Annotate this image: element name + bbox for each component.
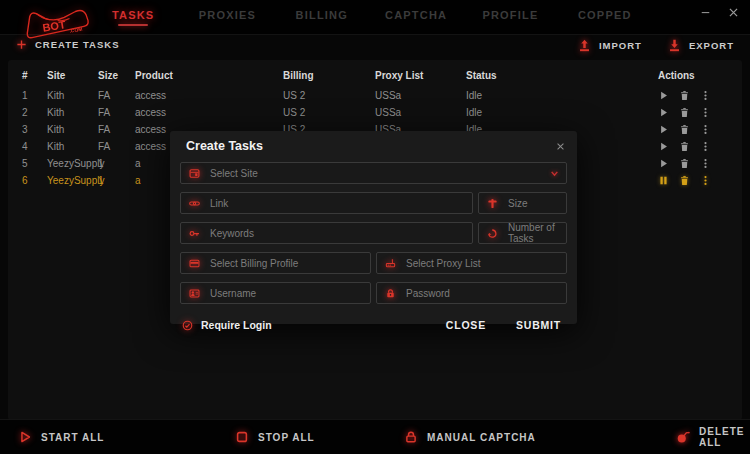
play-icon[interactable] xyxy=(658,90,669,101)
kebab-icon[interactable] xyxy=(700,175,711,186)
cell-num: 2 xyxy=(22,107,47,118)
kebab-icon[interactable] xyxy=(700,90,711,101)
select-proxy-list-field[interactable]: Select Proxy List xyxy=(376,252,567,274)
bottom-item-label: DELETE ALL xyxy=(699,426,750,448)
kebab-icon[interactable] xyxy=(700,158,711,169)
username-field[interactable]: Username xyxy=(180,282,371,304)
manual-captcha-button[interactable]: MANUAL CAPTCHA xyxy=(404,430,536,444)
table-row[interactable]: 2KithFAaccessUS 2USSaIdle xyxy=(8,104,742,121)
require-login-checkbox[interactable]: Require Login xyxy=(182,319,272,331)
row-actions xyxy=(658,124,742,135)
delete-all-button[interactable]: DELETE ALL xyxy=(676,426,750,448)
row-actions xyxy=(658,141,742,152)
tab-profile[interactable]: PROFILE xyxy=(463,0,557,34)
field-row: UsernamePassword xyxy=(180,282,567,304)
cell-num: 1 xyxy=(22,90,47,101)
password-field[interactable]: Password xyxy=(376,282,567,304)
keywords-field[interactable]: Keywords xyxy=(180,222,473,244)
field-placeholder: Link xyxy=(210,198,228,209)
play-icon[interactable] xyxy=(658,158,669,169)
submit-button[interactable]: SUBMIT xyxy=(516,319,561,331)
cell-size: FA xyxy=(98,141,135,152)
number-of-tasks-field[interactable]: Number of Tasks xyxy=(478,222,567,244)
cell-status: Idle xyxy=(466,90,658,101)
kebab-icon[interactable] xyxy=(700,141,711,152)
trash-icon[interactable] xyxy=(679,175,690,186)
table-row[interactable]: 1KithFAaccessUS 2USSaIdle xyxy=(8,87,742,104)
cell-proxy: USSa xyxy=(375,90,466,101)
play-icon[interactable] xyxy=(658,107,669,118)
column-header: Size xyxy=(98,70,135,81)
start-all-button[interactable]: START ALL xyxy=(18,430,104,444)
proxy-icon xyxy=(385,258,396,269)
cell-size: 1 xyxy=(98,158,135,169)
tab-tasks[interactable]: TASKS xyxy=(86,0,180,34)
select-site-field[interactable]: Select Site xyxy=(180,162,567,184)
field-placeholder: Username xyxy=(210,288,256,299)
kebab-icon[interactable] xyxy=(700,124,711,135)
billing-icon xyxy=(189,258,200,269)
active-tab-underline xyxy=(118,24,148,26)
trash-icon[interactable] xyxy=(679,124,690,135)
row-actions xyxy=(658,158,742,169)
trash-icon[interactable] xyxy=(679,90,690,101)
select-billing-profile-field[interactable]: Select Billing Profile xyxy=(180,252,371,274)
start-icon xyxy=(18,430,32,444)
active-tab-underline xyxy=(212,24,242,26)
cell-product: access xyxy=(135,90,283,101)
modal-buttons: CLOSE SUBMIT xyxy=(446,319,561,331)
import-export-tools: IMPORT EXPORT xyxy=(578,39,734,52)
trash-icon[interactable] xyxy=(679,141,690,152)
minimize-button[interactable] xyxy=(696,3,714,21)
cell-site: YeezySupply xyxy=(47,158,98,169)
import-button[interactable]: IMPORT xyxy=(578,39,642,52)
field-placeholder: Select Billing Profile xyxy=(210,258,298,269)
modal-footer: Require Login CLOSE SUBMIT xyxy=(170,312,577,331)
tab-label: TASKS xyxy=(112,9,154,21)
pause-icon[interactable] xyxy=(658,175,669,186)
cell-size: 1 xyxy=(98,175,135,186)
trash-icon[interactable] xyxy=(679,107,690,118)
cell-site: Kith xyxy=(47,90,98,101)
tab-billing[interactable]: BILLING xyxy=(275,0,369,34)
active-tab-underline xyxy=(307,24,337,26)
link-field[interactable]: Link xyxy=(180,192,473,214)
chevron-down-icon xyxy=(550,169,559,178)
modal-title: Create Tasks xyxy=(186,139,263,153)
close-window-button[interactable] xyxy=(724,3,742,21)
column-header: Status xyxy=(466,70,658,81)
modal-close-button[interactable] xyxy=(556,142,565,151)
table-header: #SiteSizeProductBillingProxy ListStatusA… xyxy=(8,60,742,87)
tab-copped[interactable]: COPPED xyxy=(558,0,652,34)
cell-num: 5 xyxy=(22,158,47,169)
create-tasks-modal: Create Tasks Select SiteLinkSizeKeywords… xyxy=(170,131,577,324)
close-button[interactable]: CLOSE xyxy=(446,319,486,331)
export-label: EXPORT xyxy=(689,40,734,51)
kebab-icon[interactable] xyxy=(700,107,711,118)
tab-label: BILLING xyxy=(296,9,348,21)
size-field[interactable]: Size xyxy=(478,192,567,214)
cell-size: FA xyxy=(98,107,135,118)
logo-suffix: .COM xyxy=(69,26,83,34)
tab-captcha[interactable]: CAPTCHA xyxy=(369,0,463,34)
keywords-icon xyxy=(189,228,200,239)
active-tab-underline xyxy=(590,24,620,26)
play-icon[interactable] xyxy=(658,124,669,135)
play-icon[interactable] xyxy=(658,141,669,152)
tab-proxies[interactable]: PROXIES xyxy=(180,0,274,34)
cell-billing: US 2 xyxy=(283,107,375,118)
check-circle-icon xyxy=(182,320,193,331)
field-row: KeywordsNumber of Tasks xyxy=(180,222,567,244)
titlebar: BOT .COM TASKSPROXIESBILLINGCAPTCHAPROFI… xyxy=(0,0,750,35)
stop-icon xyxy=(235,430,249,444)
tab-label: PROFILE xyxy=(482,9,538,21)
stop-all-button[interactable]: STOP ALL xyxy=(235,430,315,444)
trash-icon[interactable] xyxy=(679,158,690,169)
row-actions xyxy=(658,107,742,118)
import-icon xyxy=(578,39,591,52)
cell-site: Kith xyxy=(47,107,98,118)
column-header: Actions xyxy=(658,70,742,81)
toolbar: CREATE TASKS IMPORT EXPORT xyxy=(0,34,750,60)
export-button[interactable]: EXPORT xyxy=(668,39,734,52)
cell-num: 6 xyxy=(22,175,47,186)
